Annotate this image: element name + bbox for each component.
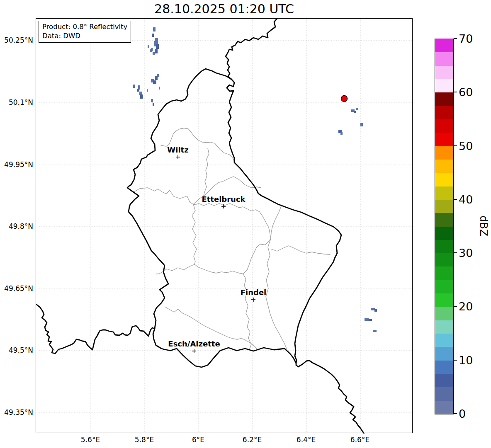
radar-echo-pixel bbox=[147, 89, 148, 92]
city-label: Ettelbruck bbox=[202, 195, 245, 203]
radar-echo-pixel bbox=[365, 318, 369, 321]
latitude-tick-label: 49.95°N bbox=[0, 160, 33, 169]
radar-echo-pixel bbox=[373, 330, 377, 332]
colorbar-tickmark bbox=[454, 145, 457, 146]
colorbar-segment bbox=[435, 39, 453, 52]
admin-border bbox=[192, 203, 271, 274]
radar-echo-pixel bbox=[369, 319, 372, 321]
radar-echo-pixel bbox=[153, 52, 155, 55]
radar-echo-pixel bbox=[153, 27, 156, 31]
country-borders-layer bbox=[36, 19, 364, 433]
city-cross-marker bbox=[176, 155, 180, 159]
colorbar-segment bbox=[435, 133, 453, 146]
radar-echo-pixel bbox=[150, 49, 152, 52]
latitude-tick-label: 49.5°N bbox=[0, 346, 33, 354]
colorbar-tickmark bbox=[454, 360, 457, 361]
city-label: Esch/Alzette bbox=[168, 339, 220, 348]
colorbar-segment bbox=[435, 320, 453, 334]
colorbar-tickmark bbox=[454, 38, 457, 39]
product-info-box: Product: 0.8° Reflectivity Data: DWD bbox=[39, 21, 131, 43]
radar-echo-pixel bbox=[137, 89, 139, 92]
longitude-tick-label: 5.8°E bbox=[135, 436, 154, 444]
radar-echo-pixel bbox=[153, 80, 156, 84]
colorbar-segment bbox=[435, 146, 453, 160]
latitude-tick-label: 50.1°N bbox=[0, 98, 33, 107]
radar-echo-pixel bbox=[133, 85, 135, 88]
radar-echo-pixel bbox=[371, 308, 375, 310]
country-border bbox=[226, 19, 277, 79]
colorbar-segment bbox=[435, 119, 453, 133]
city-label: Wiltz bbox=[167, 145, 188, 154]
colorbar-tick-label: 70 bbox=[459, 32, 473, 45]
colorbar-segment bbox=[435, 173, 453, 186]
latitude-tick-label: 50.25°N bbox=[0, 36, 33, 44]
radar-echo-pixel bbox=[354, 111, 356, 113]
colorbar-tickmark bbox=[454, 306, 457, 307]
admin-border bbox=[266, 239, 287, 349]
colorbar-tickmark bbox=[454, 252, 457, 253]
city-label: Findel bbox=[241, 288, 267, 297]
colorbar-segment bbox=[435, 307, 453, 320]
colorbar-tickmark bbox=[454, 199, 457, 200]
radar-echo-pixel bbox=[356, 108, 358, 110]
radar-echo-pixel bbox=[374, 309, 377, 312]
radar-echo-pixel bbox=[153, 103, 154, 106]
colorbar-segment bbox=[435, 92, 453, 106]
colorbar-segment bbox=[435, 159, 453, 173]
colorbar-tick-label: 60 bbox=[459, 86, 473, 99]
country-border bbox=[36, 304, 155, 354]
latitude-tick-label: 49.65°N bbox=[0, 284, 33, 293]
country-border bbox=[127, 69, 341, 367]
radar-figure: 28.10.2025 01:20 UTC Product: 0.8° Refle… bbox=[0, 0, 491, 448]
longitude-tick-label: 6°E bbox=[192, 436, 204, 444]
figure-title: 28.10.2025 01:20 UTC bbox=[36, 2, 413, 17]
radar-echo-pixel bbox=[139, 92, 142, 95]
admin-borders-layer bbox=[134, 128, 330, 350]
admin-border bbox=[243, 274, 251, 350]
colorbar-tick-label: 40 bbox=[459, 193, 473, 206]
city-cross-marker bbox=[192, 349, 196, 353]
colorbar-unit-label: dBZ bbox=[478, 216, 490, 236]
longitude-tick-label: 5.6°E bbox=[81, 436, 100, 444]
colorbar-segment bbox=[435, 106, 453, 119]
colorbar-segment bbox=[435, 79, 453, 92]
colorbar-tick-label: 50 bbox=[459, 139, 473, 152]
colorbar-segment bbox=[435, 199, 453, 213]
colorbar-segment bbox=[435, 334, 453, 347]
city-cross-marker bbox=[221, 204, 226, 208]
city-cross-marker bbox=[251, 298, 255, 302]
longitude-tick-label: 6.4°E bbox=[297, 436, 316, 444]
admin-border bbox=[156, 264, 194, 274]
colorbar-tickmark bbox=[454, 413, 457, 414]
colorbar-tickmark bbox=[454, 92, 457, 92]
colorbar-segment bbox=[435, 52, 453, 66]
colorbar-segment bbox=[435, 226, 453, 240]
marker-layer bbox=[176, 96, 348, 354]
dbz-colorbar bbox=[435, 39, 454, 414]
colorbar-segment bbox=[435, 266, 453, 280]
colorbar-segment bbox=[435, 240, 453, 253]
radar-echo-pixel bbox=[155, 76, 158, 80]
colorbar-tick-label: 20 bbox=[459, 300, 473, 313]
admin-border bbox=[134, 188, 193, 204]
colorbar-segment bbox=[435, 347, 453, 361]
radar-echo-pixel bbox=[148, 45, 149, 48]
grid-layer bbox=[36, 19, 413, 433]
radar-echo-layer bbox=[133, 27, 377, 332]
admin-border bbox=[271, 206, 281, 239]
radar-echo-pixel bbox=[140, 94, 143, 99]
latitude-tick-label: 49.8°N bbox=[0, 222, 33, 230]
radar-echo-pixel bbox=[360, 123, 363, 126]
radar-echo-pixel bbox=[156, 44, 159, 49]
radar-echo-pixel bbox=[340, 132, 343, 135]
radar-echo-pixel bbox=[155, 49, 158, 53]
radar-echo-pixel bbox=[159, 87, 160, 90]
colorbar-segment bbox=[435, 360, 453, 374]
radar-echo-pixel bbox=[152, 34, 154, 37]
colorbar-segment bbox=[435, 280, 453, 293]
admin-border bbox=[161, 128, 235, 162]
product-info-line1: Product: 0.8° Reflectivity bbox=[42, 22, 127, 31]
colorbar-tick-label: 0 bbox=[459, 407, 466, 420]
radar-site-marker bbox=[341, 96, 348, 102]
colorbar-segment bbox=[435, 213, 453, 227]
